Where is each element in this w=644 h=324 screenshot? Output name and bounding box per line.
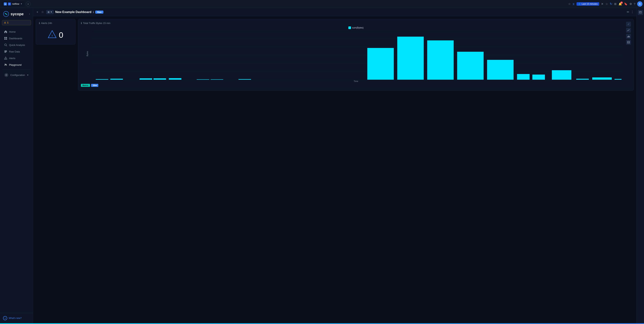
- browser-tab-active[interactable]: ▲ netflow ▼: [2, 1, 24, 6]
- svg-rect-49: [397, 37, 424, 80]
- y-axis-label: Bytes: [86, 51, 88, 56]
- sidebar-item-dashboards[interactable]: Dashboards: [1, 35, 32, 41]
- sidebar-item-quick-analysis[interactable]: Quick Analysis: [1, 42, 32, 48]
- alert-triangle-icon: !: [48, 30, 56, 40]
- alerts-icon: [4, 57, 7, 60]
- svg-rect-46: [210, 79, 223, 80]
- chart-legend: sum(Bytes): [81, 26, 631, 29]
- chart-area: Bytes 1.8 G 1.5 G 1.2 G: [92, 30, 622, 80]
- alerts-panel-header: ℹ Alerts 24h: [39, 22, 72, 24]
- chart-type-line-icon[interactable]: [626, 28, 631, 33]
- more-options-icon[interactable]: ⋮: [631, 10, 634, 14]
- chart-toolbar: ⤢: [626, 22, 631, 45]
- view-toggle-button[interactable]: ⊞ ▼: [46, 10, 54, 14]
- svg-rect-42: [140, 78, 152, 80]
- svg-rect-5: [4, 37, 6, 38]
- svg-rect-11: [4, 51, 7, 51]
- browser-actions: ☆ ⧖ 👤 Last 15 minutes ✕ ☆ ↻ ⊞ 🔔 8 🔖 ⚙ ? …: [568, 1, 642, 6]
- sidebar-collapse-icon[interactable]: ‹: [29, 13, 30, 15]
- svg-rect-58: [614, 79, 622, 80]
- sidebar-item-dashboards-label: Dashboards: [9, 37, 22, 40]
- alerts-panel-info-icon[interactable]: ℹ: [39, 22, 40, 24]
- star-icon[interactable]: ☆: [568, 2, 571, 6]
- apps-icon[interactable]: ⊞: [614, 2, 616, 6]
- raw-data-icon: [4, 50, 7, 53]
- tab-chart-icon: ▲: [4, 2, 7, 5]
- whats-new-label: What's new?: [9, 317, 22, 320]
- filter-icon[interactable]: ⧖: [572, 2, 575, 6]
- sidebar-right-annotations-icon[interactable]: [638, 10, 643, 15]
- chart-type-bar-icon[interactable]: [626, 34, 631, 39]
- alerts-value: ! 0: [39, 28, 72, 42]
- bookmark-icon[interactable]: 🔖: [624, 2, 628, 6]
- svg-rect-54: [532, 75, 545, 80]
- chart-info-icon[interactable]: ℹ: [81, 22, 82, 24]
- refresh-icon[interactable]: ↻: [610, 2, 612, 6]
- svg-rect-43: [154, 78, 166, 80]
- raw-badge: Raw: [95, 10, 104, 13]
- chart-svg: 1.8 G 1.5 G 1.2 G 900 M 600 M 300 M 0: [92, 30, 622, 80]
- browser-bar: ▲ netflow ▼ + ☆ ⧖ 👤 Last 15 minutes ✕ ☆ …: [0, 0, 644, 8]
- svg-rect-13: [4, 52, 6, 52]
- chart-footer: Metric 15m: [81, 84, 631, 87]
- sidebar-item-home[interactable]: Home: [1, 28, 32, 35]
- svg-rect-7: [4, 38, 6, 40]
- chart-panel: ℹ Total Traffic Bytes 15 min ⤢: [78, 19, 634, 91]
- logo-area: sycope ‹: [0, 8, 33, 19]
- dashboard-toolbar: + ☆ ⊞ ▼ New Example Dashboard ℹ Raw ✏ ⋮: [33, 8, 636, 16]
- expand-icon[interactable]: ⤢: [626, 22, 631, 27]
- tab-add-button[interactable]: +: [26, 1, 30, 6]
- svg-rect-3: [10, 4, 10, 5]
- sidebar-item-alerts[interactable]: Alerts: [1, 55, 32, 61]
- legend-color-swatch: [348, 26, 351, 29]
- filter-user-icon: 👤: [578, 3, 581, 5]
- dashboard-info-icon[interactable]: ℹ: [93, 10, 94, 13]
- svg-rect-12: [4, 51, 7, 52]
- config-chevron-icon: ▼: [27, 74, 29, 76]
- dashboard-title: New Example Dashboard: [55, 10, 91, 14]
- nav-divider: [2, 69, 30, 70]
- bookmark-star-icon[interactable]: ☆: [606, 2, 608, 6]
- svg-rect-52: [487, 60, 514, 80]
- x-axis-label: Time: [81, 80, 631, 82]
- chart-title: Total Traffic Bytes 15 min: [83, 22, 110, 24]
- app-layout: sycope ‹ ⚠ 1 Home Dashboards Quick Analy…: [0, 8, 644, 323]
- alerts-count: 0: [59, 30, 63, 40]
- sycope-logo-icon: [3, 11, 9, 17]
- close-time-icon[interactable]: ✕: [601, 2, 604, 6]
- notifications-icon-wrap: 🔔 8: [618, 2, 622, 6]
- tab-dropdown-icon[interactable]: ▼: [20, 3, 22, 5]
- settings-icon[interactable]: ⚙: [630, 2, 632, 6]
- chart-data-icon[interactable]: [626, 40, 631, 45]
- alert-banner[interactable]: ⚠ 1: [2, 20, 31, 25]
- sidebar-item-playground[interactable]: Playground: [1, 61, 32, 68]
- add-panel-button[interactable]: +: [36, 10, 39, 14]
- sidebar-item-raw-data[interactable]: Raw Data: [1, 48, 32, 55]
- user-avatar[interactable]: A: [637, 1, 642, 6]
- configuration-label: Configuration: [10, 74, 25, 76]
- svg-point-15: [6, 59, 6, 59]
- svg-point-9: [4, 44, 6, 46]
- svg-rect-50: [427, 40, 454, 80]
- whats-new-link[interactable]: ✦ What's new?: [3, 316, 30, 320]
- svg-rect-6: [6, 37, 7, 38]
- time-filter-btn[interactable]: 👤 Last 15 minutes: [576, 2, 599, 6]
- svg-rect-21: [629, 36, 630, 37]
- svg-rect-47: [238, 79, 251, 80]
- sidebar-item-home-label: Home: [9, 30, 16, 33]
- 15m-tag[interactable]: 15m: [91, 84, 98, 87]
- help-icon[interactable]: ?: [634, 2, 635, 5]
- sidebar-item-alerts-label: Alerts: [9, 57, 15, 60]
- edit-icon[interactable]: ✏: [627, 10, 629, 14]
- sidebar-item-playground-label: Playground: [9, 63, 22, 66]
- bottom-progress-bar: [0, 323, 644, 324]
- svg-rect-67: [639, 11, 642, 13]
- metric-tag[interactable]: Metric: [81, 84, 90, 87]
- sidebar-item-configuration[interactable]: Configuration ▼: [1, 71, 32, 79]
- svg-rect-44: [169, 78, 181, 80]
- svg-rect-0: [9, 3, 10, 4]
- favorite-button[interactable]: ☆: [40, 9, 44, 14]
- grid-view-icon: ⊞: [48, 11, 50, 13]
- svg-rect-57: [592, 77, 612, 80]
- alerts-panel-title: Alerts 24h: [41, 22, 52, 24]
